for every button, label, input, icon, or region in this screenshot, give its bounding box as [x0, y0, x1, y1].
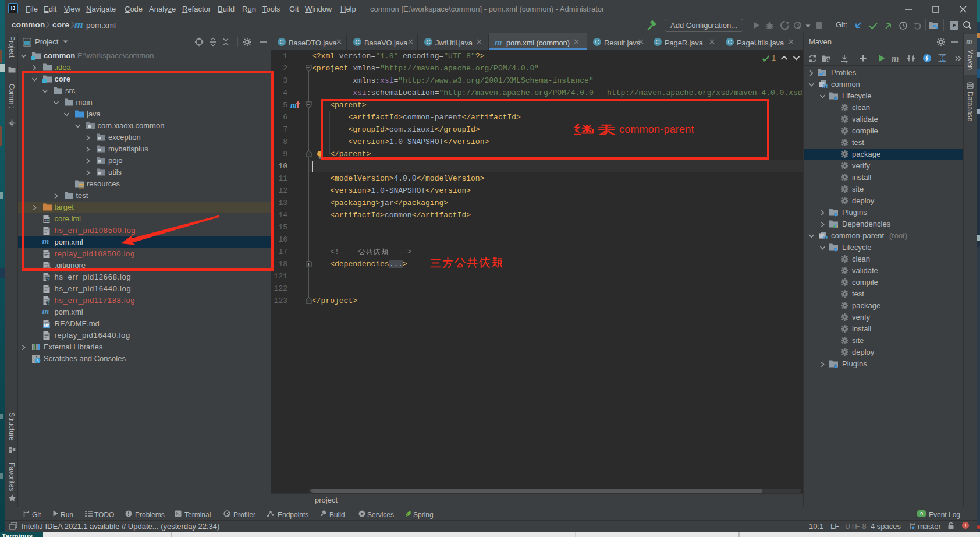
svg-text:C: C: [355, 39, 359, 45]
svg-text:?: ?: [47, 277, 50, 282]
svg-text:C: C: [279, 39, 283, 45]
svg-text:C: C: [655, 39, 659, 45]
svg-text:C: C: [727, 39, 732, 45]
svg-text:C: C: [426, 39, 430, 45]
svg-text:C: C: [595, 39, 599, 45]
svg-text:MD: MD: [43, 324, 49, 328]
svg-text:?: ?: [47, 300, 50, 306]
